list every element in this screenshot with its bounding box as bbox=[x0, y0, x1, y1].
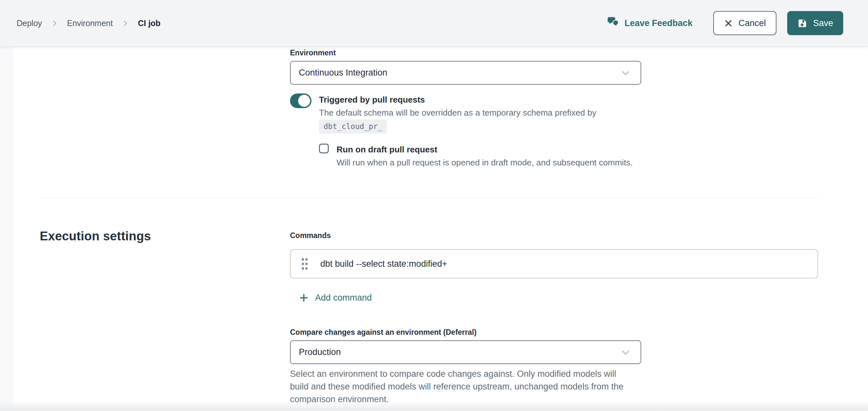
add-command-button[interactable]: Add command bbox=[299, 290, 372, 305]
environment-select-value: Continuous Integration bbox=[299, 68, 388, 78]
draft-pull-request-title: Run on draft pull request bbox=[337, 145, 437, 155]
execution-settings-heading: Execution settings bbox=[40, 229, 151, 243]
save-button[interactable]: Save bbox=[787, 11, 843, 35]
environment-label: Environment bbox=[290, 49, 336, 57]
deferral-description: Select an environment to compare code ch… bbox=[290, 368, 636, 406]
draft-pull-request-description: Will run when a pull request is opened i… bbox=[337, 158, 633, 168]
save-button-label: Save bbox=[813, 19, 833, 28]
cancel-button-label: Cancel bbox=[738, 19, 766, 28]
save-icon bbox=[797, 18, 807, 28]
add-command-label: Add command bbox=[315, 293, 372, 303]
drag-handle-icon[interactable] bbox=[300, 255, 310, 273]
deferral-select-value: Production bbox=[299, 347, 341, 357]
deferral-label: Compare changes against an environment (… bbox=[290, 328, 477, 337]
schema-prefix-code: dbt_cloud_pr_ bbox=[319, 120, 387, 133]
chat-bubbles-icon bbox=[607, 17, 620, 30]
header-actions: Leave Feedback Cancel Save bbox=[607, 11, 843, 35]
left-gutter bbox=[0, 46, 13, 411]
breadcrumb-item-ci-job: CI job bbox=[138, 19, 160, 28]
close-icon bbox=[724, 19, 733, 28]
commands-label: Commands bbox=[290, 231, 331, 240]
plus-icon bbox=[299, 293, 309, 303]
command-input-row[interactable]: dbt build --select state:modified+ bbox=[290, 249, 818, 279]
section-divider bbox=[39, 198, 818, 198]
command-value: dbt build --select state:modified+ bbox=[320, 259, 447, 269]
breadcrumb: Deploy Environment CI job bbox=[17, 19, 161, 28]
pull-request-toggle[interactable] bbox=[290, 93, 311, 108]
breadcrumb-item-deploy[interactable]: Deploy bbox=[17, 19, 42, 28]
chevron-down-icon bbox=[620, 67, 631, 79]
draft-pull-request-checkbox[interactable] bbox=[319, 144, 329, 153]
pull-request-toggle-description: The default schema will be overridden as… bbox=[319, 108, 596, 118]
bottom-fade bbox=[0, 401, 868, 411]
deferral-select[interactable]: Production bbox=[290, 340, 641, 364]
breadcrumb-item-environment[interactable]: Environment bbox=[67, 19, 113, 28]
leave-feedback-label: Leave Feedback bbox=[625, 18, 693, 28]
cancel-button[interactable]: Cancel bbox=[713, 11, 776, 35]
pull-request-toggle-title: Triggered by pull requests bbox=[319, 95, 425, 105]
chevron-right-icon bbox=[122, 20, 129, 27]
environment-select[interactable]: Continuous Integration bbox=[290, 61, 641, 85]
chevron-down-icon bbox=[620, 347, 631, 358]
toggle-knob bbox=[298, 95, 310, 107]
chevron-right-icon bbox=[51, 20, 58, 27]
leave-feedback-link[interactable]: Leave Feedback bbox=[607, 17, 693, 30]
page-header: Deploy Environment CI job Leave Feedback… bbox=[0, 0, 868, 46]
